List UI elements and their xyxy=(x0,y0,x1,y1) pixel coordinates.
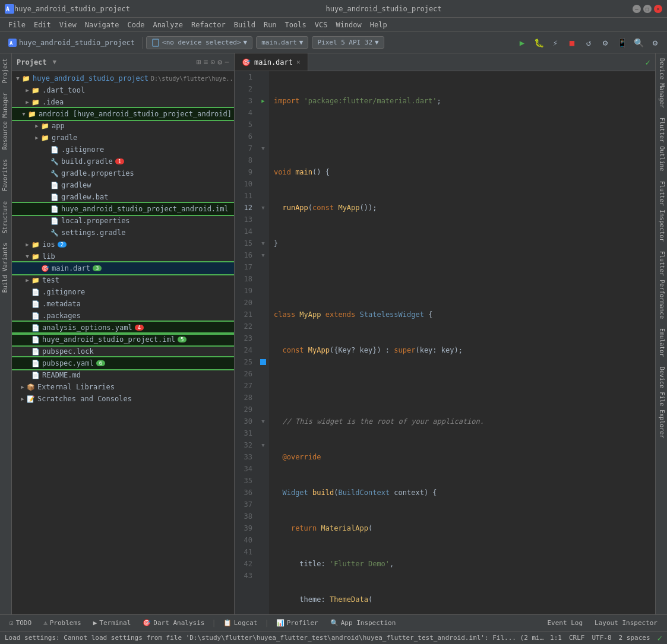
menu-analyze[interactable]: Analyze xyxy=(149,20,186,30)
tree-item-android[interactable]: ▼ 📁 android [huye_android_studio_project… xyxy=(12,108,234,120)
tree-item-gitignore[interactable]: ▶ 📄 .gitignore xyxy=(12,286,234,298)
gutter-7[interactable]: ▼ xyxy=(257,142,269,154)
avd-button[interactable]: 📱 xyxy=(615,36,629,50)
close-button[interactable]: ✕ xyxy=(654,5,662,13)
run-button[interactable]: ▶ xyxy=(515,36,529,50)
tree-item-android-gitignore[interactable]: ▶ 📄 .gitignore xyxy=(12,144,234,156)
tree-item-gradlew[interactable]: ▶ 📄 gradlew xyxy=(12,179,234,191)
maximize-button[interactable]: □ xyxy=(643,5,652,13)
sidebar-tab-project[interactable]: Project xyxy=(0,53,11,88)
menu-tools[interactable]: Tools xyxy=(282,20,310,30)
ln-36: 36 xyxy=(239,487,252,499)
right-tab-flutter-inspector[interactable]: Flutter Inspector xyxy=(656,176,667,246)
tree-item-metadata[interactable]: ▶ 📄 .metadata xyxy=(12,298,234,310)
tree-item-test[interactable]: ▶ 📁 test xyxy=(12,274,234,286)
tree-item-build-gradle[interactable]: ▶ 🔧 build.gradle 1 xyxy=(12,156,234,167)
tree-item-gradle-dir[interactable]: ▶ 📁 gradle xyxy=(12,132,234,144)
editor-content[interactable]: 1 2 3 4 5 6 7 8 9 10 11 12 13 14 15 16 1… xyxy=(235,71,655,614)
device-selector[interactable]: <no device selected> ▼ xyxy=(146,36,252,49)
tree-item-android-iml[interactable]: ▶ 📄 huye_android_studio_project_android.… xyxy=(12,203,234,215)
bottom-tab-event-log[interactable]: Event Log xyxy=(542,617,587,629)
tree-item-ios[interactable]: ▶ 📁 ios 2 xyxy=(12,239,234,250)
tree-item-scratches[interactable]: ▶ 📝 Scratches and Consoles xyxy=(12,393,234,405)
tree-item-gradle-properties[interactable]: ▶ 🔧 gradle.properties xyxy=(12,167,234,179)
menu-help[interactable]: Help xyxy=(366,20,391,30)
window-controls[interactable]: — □ ✕ xyxy=(633,5,662,13)
bottom-tab-logcat[interactable]: 📋 Logcat xyxy=(219,617,263,629)
tree-item-packages[interactable]: ▶ 📄 .packages xyxy=(12,310,234,322)
editor-tab-main-dart[interactable]: 🎯 main.dart ✕ xyxy=(235,53,308,71)
tree-root[interactable]: ▼ 📁 huye_android_studio_project D:\study… xyxy=(12,72,234,84)
right-tab-device-file-explorer[interactable]: Device File Explorer xyxy=(656,362,667,443)
bottom-tab-dart-analysis[interactable]: 🎯 Dart Analysis xyxy=(138,617,209,629)
stop-button[interactable]: ■ xyxy=(565,36,579,50)
collapse-all-icon[interactable]: ≡ xyxy=(204,58,208,66)
bottom-tab-problems[interactable]: ⚠ Problems xyxy=(39,617,86,629)
avd-selector[interactable]: Pixel 5 API 32 ▼ xyxy=(312,36,384,49)
menu-window[interactable]: Window xyxy=(332,20,365,30)
gutter-16[interactable]: ▼ xyxy=(257,249,269,261)
dart-tab-close[interactable]: ✕ xyxy=(296,58,301,66)
right-tab-emulator[interactable]: Emulator xyxy=(656,323,667,361)
sidebar-tab-favorites[interactable]: Favorites xyxy=(0,154,11,196)
settings-button[interactable]: ⚙ xyxy=(648,36,662,50)
menu-code[interactable]: Code xyxy=(124,20,148,30)
tree-item-main-dart[interactable]: ▶ 🎯 main.dart 3 xyxy=(12,262,234,274)
cursor-position[interactable]: 1:1 xyxy=(550,633,562,643)
sidebar-tab-structure[interactable]: Structure xyxy=(0,196,11,238)
tree-item-dart-tool[interactable]: ▶ 📁 .dart_tool xyxy=(12,84,234,96)
minimize-button[interactable]: — xyxy=(633,5,641,13)
gutter-32[interactable]: ▼ xyxy=(257,439,269,451)
bottom-tab-app-inspection[interactable]: 🔍 App Inspection xyxy=(325,617,401,629)
menu-navigate[interactable]: Navigate xyxy=(81,20,123,30)
tree-item-external-libs[interactable]: ▶ 📦 External Libraries xyxy=(12,381,234,393)
bottom-tab-profiler[interactable]: 📊 Profiler xyxy=(271,617,323,629)
menu-view[interactable]: View xyxy=(56,20,80,30)
gutter-12[interactable]: ▼ xyxy=(257,202,269,214)
tree-item-lib[interactable]: ▼ 📁 lib xyxy=(12,250,234,262)
gutter-30[interactable]: ▼ xyxy=(257,415,269,427)
sidebar-tab-resource[interactable]: Resource Manager xyxy=(0,88,11,154)
right-tab-flutter-outline[interactable]: Flutter Outline xyxy=(656,113,667,176)
sidebar-tab-build-variants[interactable]: Build Variants xyxy=(0,238,11,297)
close-panel-icon[interactable]: − xyxy=(225,58,229,66)
gutter-3[interactable]: ▶ xyxy=(257,95,269,107)
tree-item-pubspec-yaml[interactable]: ▶ 📄 pubspec.yaml 6 xyxy=(12,357,234,369)
tree-item-readme[interactable]: ▶ 📄 README.md xyxy=(12,369,234,381)
tree-item-gradlew-bat[interactable]: ▶ 📄 gradlew.bat xyxy=(12,191,234,203)
root-label: huye_android_studio_project xyxy=(33,74,148,83)
indent-settings[interactable]: 2 spaces xyxy=(619,633,650,643)
file-selector[interactable]: main.dart ▼ xyxy=(256,36,308,49)
right-tab-flutter-performance[interactable]: Flutter Performance xyxy=(656,246,667,323)
tree-item-local-properties[interactable]: ▶ 📄 local.properties xyxy=(12,215,234,227)
scroll-to-source-icon[interactable]: ⊙ xyxy=(211,58,216,66)
bottom-tab-layout-inspector[interactable]: Layout Inspector xyxy=(590,617,662,629)
right-tab-device-manager[interactable]: Device Manager xyxy=(656,53,667,113)
code-area[interactable]: import 'package:flutter/material.dart'; … xyxy=(269,71,655,614)
gutter-15[interactable]: ▼ xyxy=(257,237,269,249)
expand-all-icon[interactable]: ⊞ xyxy=(197,58,201,66)
search-button[interactable]: 🔍 xyxy=(631,36,646,50)
bottom-tab-terminal[interactable]: ▶ Terminal xyxy=(88,617,136,629)
line-endings[interactable]: CRLF xyxy=(569,633,585,643)
debug-button[interactable]: 🐛 xyxy=(532,36,546,50)
tree-item-pubspec-lock[interactable]: ▶ 📄 pubspec.lock xyxy=(12,345,234,357)
menu-vcs[interactable]: VCS xyxy=(311,20,331,30)
menu-refactor[interactable]: Refactor xyxy=(188,20,229,30)
profile-button[interactable]: ⚡ xyxy=(548,36,562,50)
menu-edit[interactable]: Edit xyxy=(30,20,55,30)
tree-item-analysis-options[interactable]: ▶ 📄 analysis_options.yaml 4 xyxy=(12,322,234,334)
encoding[interactable]: UTF-8 xyxy=(592,633,611,643)
menu-run[interactable]: Run xyxy=(260,20,280,30)
sync-button[interactable]: ↺ xyxy=(581,36,596,50)
tree-item-settings-gradle[interactable]: ▶ 🔧 settings.gradle xyxy=(12,227,234,239)
settings-panel-icon[interactable]: ⚙ xyxy=(217,58,222,66)
bottom-tab-todo[interactable]: ☑ TODO xyxy=(5,617,36,629)
panel-mode[interactable]: ▼ xyxy=(53,58,57,66)
tree-item-project-iml[interactable]: ▶ 📄 huye_android_studio_project.iml 5 xyxy=(12,334,234,345)
menu-file[interactable]: File xyxy=(5,20,29,30)
tree-item-idea[interactable]: ▶ 📁 .idea xyxy=(12,96,234,108)
tree-item-app[interactable]: ▶ 📁 app xyxy=(12,120,234,132)
sdk-button[interactable]: ⚙ xyxy=(598,36,612,50)
menu-build[interactable]: Build xyxy=(230,20,259,30)
